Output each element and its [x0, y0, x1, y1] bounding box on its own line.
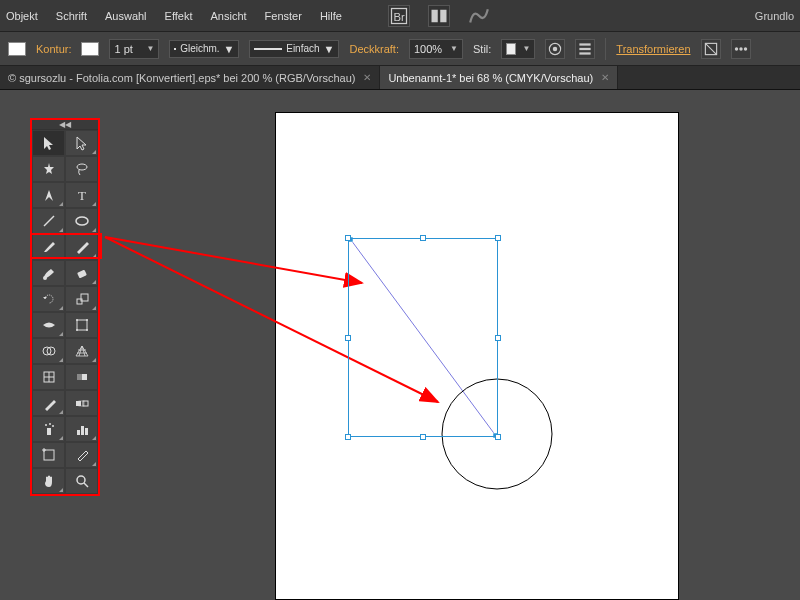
- hand-tool[interactable]: [32, 468, 65, 494]
- direct-selection-tool[interactable]: [65, 130, 98, 156]
- menu-item[interactable]: Objekt: [6, 10, 38, 22]
- selection-tool[interactable]: [32, 130, 65, 156]
- document-tab[interactable]: Unbenannt-1* bei 68 % (CMYK/Vorschau) ✕: [380, 66, 618, 89]
- chevron-down-icon: ▼: [224, 43, 235, 55]
- recolor-artwork-icon[interactable]: [545, 39, 565, 59]
- misc-icon[interactable]: [731, 39, 751, 59]
- svg-point-11: [734, 47, 737, 50]
- free-transform-tool[interactable]: [65, 312, 98, 338]
- stroke-profile-label: Gleichm.: [180, 43, 219, 54]
- brush-definition-dropdown[interactable]: Einfach ▼: [249, 40, 339, 58]
- resize-handle[interactable]: [345, 335, 351, 341]
- chevron-down-icon: ▼: [147, 44, 155, 53]
- paintbrush-tool[interactable]: [32, 234, 65, 260]
- svg-rect-44: [47, 428, 51, 435]
- column-graph-tool[interactable]: [65, 416, 98, 442]
- pen-tool[interactable]: [32, 182, 65, 208]
- menu-item[interactable]: Auswahl: [105, 10, 147, 22]
- menu-item[interactable]: Effekt: [165, 10, 193, 22]
- chevron-down-icon: ▼: [450, 44, 458, 53]
- close-icon[interactable]: ✕: [601, 72, 609, 83]
- line-segment-tool[interactable]: [32, 208, 65, 234]
- svg-rect-40: [77, 374, 82, 380]
- svg-point-21: [77, 164, 87, 170]
- fill-color-swatch[interactable]: [8, 42, 26, 56]
- svg-point-31: [86, 319, 88, 321]
- scale-tool[interactable]: [65, 286, 98, 312]
- transform-link[interactable]: Transformieren: [616, 43, 690, 55]
- svg-rect-50: [85, 428, 88, 435]
- style-swatch: [506, 43, 516, 55]
- svg-line-55: [84, 483, 88, 487]
- svg-rect-26: [77, 270, 87, 279]
- resize-handle[interactable]: [345, 434, 351, 440]
- symbol-sprayer-tool[interactable]: [32, 416, 65, 442]
- resize-handle[interactable]: [420, 434, 426, 440]
- shape-builder-tool[interactable]: [32, 338, 65, 364]
- rotate-tool[interactable]: [32, 286, 65, 312]
- gradient-tool[interactable]: [65, 364, 98, 390]
- svg-point-13: [743, 47, 746, 50]
- resize-handle[interactable]: [345, 235, 351, 241]
- style-dropdown[interactable]: ▼: [501, 39, 535, 59]
- blend-tool[interactable]: [65, 390, 98, 416]
- svg-rect-3: [440, 9, 446, 22]
- document-tab-label: Unbenannt-1* bei 68 % (CMYK/Vorschau): [388, 72, 593, 84]
- width-tool[interactable]: [32, 312, 65, 338]
- menu-item[interactable]: Ansicht: [211, 10, 247, 22]
- svg-rect-6: [580, 43, 591, 45]
- lasso-tool[interactable]: [65, 156, 98, 182]
- eraser-tool[interactable]: [65, 260, 98, 286]
- bridge-icon[interactable]: Br: [388, 5, 410, 27]
- stroke-profile-dropdown[interactable]: Gleichm. ▼: [169, 40, 239, 58]
- tools-panel: ◀◀ T: [30, 118, 100, 496]
- resize-handle[interactable]: [495, 335, 501, 341]
- perspective-grid-tool[interactable]: [65, 338, 98, 364]
- gpu-icon[interactable]: [468, 5, 490, 27]
- ellipse-tool[interactable]: [65, 208, 98, 234]
- resize-handle[interactable]: [495, 434, 501, 440]
- blob-brush-tool[interactable]: [32, 260, 65, 286]
- svg-point-33: [86, 329, 88, 331]
- svg-rect-49: [81, 426, 84, 435]
- svg-point-5: [553, 46, 558, 51]
- opacity-value: 100%: [414, 43, 442, 55]
- style-label: Stil:: [473, 43, 491, 55]
- opacity-dropdown[interactable]: 100% ▼: [409, 39, 463, 59]
- arrange-documents-icon[interactable]: [428, 5, 450, 27]
- artboard-tool[interactable]: [32, 442, 65, 468]
- document-tab-label: © sgursozlu - Fotolia.com [Konvertiert].…: [8, 72, 355, 84]
- align-icon[interactable]: [575, 39, 595, 59]
- stroke-color-swatch[interactable]: [81, 42, 99, 56]
- svg-line-10: [705, 43, 716, 54]
- tools-panel-collapse[interactable]: ◀◀: [32, 120, 98, 130]
- svg-point-45: [45, 424, 47, 426]
- menu-bar: Objekt Schrift Auswahl Effekt Ansicht Fe…: [0, 0, 800, 32]
- brush-definition-label: Einfach: [286, 43, 319, 54]
- type-tool[interactable]: T: [65, 182, 98, 208]
- eyedropper-tool[interactable]: [32, 390, 65, 416]
- svg-rect-8: [580, 52, 591, 54]
- document-tab[interactable]: © sgursozlu - Fotolia.com [Konvertiert].…: [0, 66, 380, 89]
- stroke-weight-value: 1 pt: [114, 43, 132, 55]
- selection-bounding-box[interactable]: [348, 238, 498, 437]
- isolate-icon[interactable]: [701, 39, 721, 59]
- menu-item[interactable]: Fenster: [265, 10, 302, 22]
- opacity-label: Deckkraft:: [349, 43, 399, 55]
- zoom-tool[interactable]: [65, 468, 98, 494]
- pencil-tool[interactable]: [65, 234, 98, 260]
- svg-rect-51: [44, 450, 54, 460]
- resize-handle[interactable]: [495, 235, 501, 241]
- chevron-down-icon: ▼: [324, 43, 335, 55]
- close-icon[interactable]: ✕: [363, 72, 371, 83]
- resize-handle[interactable]: [420, 235, 426, 241]
- stroke-weight-dropdown[interactable]: 1 pt ▼: [109, 39, 159, 59]
- mesh-tool[interactable]: [32, 364, 65, 390]
- chevron-down-icon: ▼: [522, 44, 530, 53]
- menu-item[interactable]: Hilfe: [320, 10, 342, 22]
- workspace-label[interactable]: Grundlo: [755, 10, 794, 22]
- menu-item[interactable]: Schrift: [56, 10, 87, 22]
- svg-rect-29: [77, 320, 87, 330]
- magic-wand-tool[interactable]: [32, 156, 65, 182]
- slice-tool[interactable]: [65, 442, 98, 468]
